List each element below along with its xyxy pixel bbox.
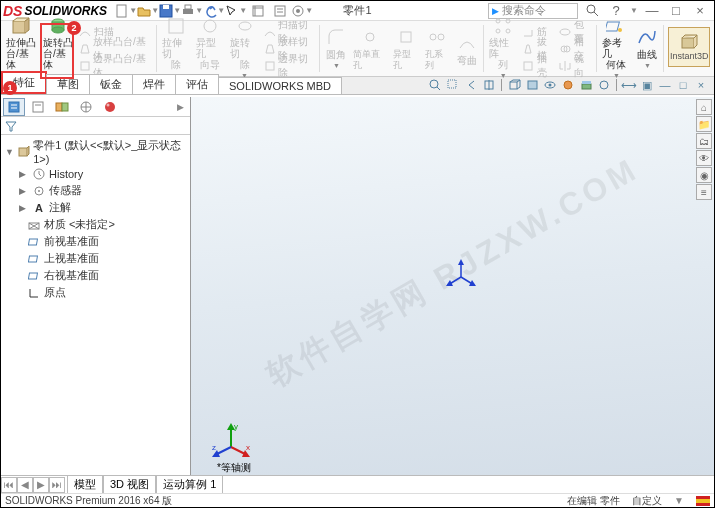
- hole-wizard-button: 异型孔向导▼: [193, 21, 227, 76]
- filter-row[interactable]: [1, 117, 190, 135]
- status-flag-icon[interactable]: [696, 496, 710, 506]
- mirror-button: 镜向: [559, 58, 592, 74]
- tree-sensors[interactable]: ▶传感器: [5, 182, 186, 199]
- tree-material[interactable]: 材质 <未指定>: [5, 216, 186, 233]
- graphics-area[interactable]: 软件自学网 RJZXW.COM y x z *等轴测 ⌂ 📁 🗂 👁 ◉ ≡: [191, 97, 714, 475]
- taskpane-library-icon[interactable]: 📁: [696, 116, 712, 132]
- tree-top-plane[interactable]: 上视基准面: [5, 250, 186, 267]
- open-file-button[interactable]: ▼: [137, 2, 159, 20]
- maximize-button[interactable]: □: [666, 3, 686, 19]
- tree-front-plane[interactable]: 前视基准面: [5, 233, 186, 250]
- svg-rect-91: [696, 499, 710, 503]
- view-settings-icon[interactable]: [595, 78, 613, 92]
- center-triad-icon: [441, 257, 481, 297]
- plane-icon: [27, 235, 41, 249]
- close-button[interactable]: ×: [690, 3, 710, 19]
- status-custom[interactable]: 自定义: [632, 494, 662, 508]
- svg-rect-71: [28, 256, 37, 262]
- panel-collapse-icon[interactable]: ▶: [173, 102, 188, 112]
- tree-right-plane[interactable]: 右视基准面: [5, 267, 186, 284]
- manager-tabs: ▶: [1, 97, 190, 117]
- svg-rect-30: [524, 62, 532, 70]
- svg-point-47: [564, 81, 572, 89]
- search-play-icon: ▶: [492, 6, 499, 16]
- boundary-button: 边界凸台/基体: [79, 58, 152, 74]
- title-right-controls: ▶ 搜索命令 ? ▼ — □ ×: [488, 3, 710, 19]
- viewport-close-icon[interactable]: ×: [692, 78, 710, 92]
- extrude-boss-button[interactable]: 拉伸凸台/基体▼: [3, 21, 40, 76]
- taskpane-explorer-icon[interactable]: 🗂: [696, 133, 712, 149]
- svg-point-28: [496, 29, 500, 33]
- tree-history[interactable]: ▶History: [5, 166, 186, 182]
- tab-scroll-prev-icon[interactable]: ◀: [17, 477, 33, 493]
- part-icon: [17, 145, 30, 159]
- tab-model[interactable]: 模型: [67, 475, 103, 495]
- svg-point-62: [107, 103, 110, 106]
- taskpane-home-icon[interactable]: ⌂: [696, 99, 712, 115]
- svg-rect-18: [169, 19, 183, 33]
- svg-point-19: [204, 20, 216, 32]
- minimize-button[interactable]: —: [642, 3, 662, 19]
- taskpane-view-icon[interactable]: 👁: [696, 150, 712, 166]
- svg-point-26: [496, 19, 500, 23]
- dimxpert-manager-tab[interactable]: [75, 98, 97, 116]
- edit-appearance-icon[interactable]: [559, 78, 577, 92]
- svg-point-25: [438, 34, 444, 40]
- status-editing: 在编辑 零件: [567, 494, 620, 508]
- section-view-icon[interactable]: [480, 78, 498, 92]
- tab-sketch[interactable]: 草图: [46, 74, 90, 94]
- viewport-collapse-icon[interactable]: ▣: [638, 78, 656, 92]
- property-manager-tab[interactable]: [27, 98, 49, 116]
- tree-root-part[interactable]: ▼零件1 (默认<<默认>_显示状态 1>): [5, 137, 186, 166]
- prev-view-icon[interactable]: [462, 78, 480, 92]
- feature-manager-tab[interactable]: [3, 98, 25, 116]
- taskpane-appearance-icon[interactable]: ◉: [696, 167, 712, 183]
- svg-rect-13: [13, 21, 25, 33]
- svg-rect-17: [81, 62, 89, 70]
- revolve-cut-button: 旋转切除▼: [227, 21, 261, 76]
- main-area: ▶ ▼零件1 (默认<<默认>_显示状态 1>) ▶History ▶传感器 ▶…: [1, 97, 714, 475]
- display-manager-tab[interactable]: [99, 98, 121, 116]
- instant3d-button[interactable]: Instant3D: [668, 27, 710, 67]
- view-triad-icon: y x z: [209, 419, 253, 463]
- tab-evaluate[interactable]: 评估: [175, 74, 219, 94]
- tab-sheetmetal[interactable]: 钣金: [89, 74, 133, 94]
- display-style-icon[interactable]: [523, 78, 541, 92]
- tree-origin[interactable]: 原点: [5, 284, 186, 301]
- settings-button[interactable]: ▼: [291, 2, 313, 20]
- tab-3dview[interactable]: 3D 视图: [103, 475, 156, 495]
- tab-weldments[interactable]: 焊件: [132, 74, 176, 94]
- svg-rect-72: [28, 273, 37, 279]
- search-icon[interactable]: [582, 3, 602, 19]
- viewport-minimize-icon[interactable]: —: [656, 78, 674, 92]
- svg-point-61: [105, 102, 115, 112]
- ribbon-toolbar: 拉伸凸台/基体▼ 旋转凸台/基体▼ 扫描 放样凸台/基体 边界凸台/基体 拉伸切…: [1, 21, 714, 77]
- svg-point-16: [52, 27, 64, 33]
- svg-point-31: [560, 29, 570, 35]
- apply-scene-icon[interactable]: [577, 78, 595, 92]
- options-button[interactable]: [269, 2, 291, 20]
- view-orientation-icon[interactable]: [505, 78, 523, 92]
- tab-scroll-next-icon[interactable]: ▶: [33, 477, 49, 493]
- tab-mbd[interactable]: SOLIDWORKS MBD: [218, 77, 342, 94]
- hole-series-button: 孔系列: [422, 21, 453, 76]
- zoom-area-icon[interactable]: [444, 78, 462, 92]
- curves-button[interactable]: 曲线▼: [633, 21, 661, 76]
- tab-scroll-first-icon[interactable]: ⏮: [1, 477, 17, 493]
- svg-rect-35: [606, 22, 619, 31]
- reference-geometry-button[interactable]: 参考几何体▼: [599, 21, 633, 76]
- new-file-button[interactable]: ▼: [115, 2, 137, 20]
- tree-annotations[interactable]: ▶A注解: [5, 199, 186, 216]
- configuration-manager-tab[interactable]: [51, 98, 73, 116]
- tab-scroll-last-icon[interactable]: ⏭: [49, 477, 65, 493]
- hide-show-icon[interactable]: [541, 78, 559, 92]
- viewport-maximize-icon[interactable]: □: [674, 78, 692, 92]
- tab-motion-study[interactable]: 运动算例 1: [156, 475, 223, 495]
- viewport-link-icon[interactable]: ⟷: [620, 78, 638, 92]
- svg-point-50: [600, 81, 608, 89]
- marker-1: 1: [3, 81, 17, 95]
- svg-rect-56: [56, 103, 62, 111]
- zoom-fit-icon[interactable]: [426, 78, 444, 92]
- taskpane-property-icon[interactable]: ≡: [696, 184, 712, 200]
- status-bar: SOLIDWORKS Premium 2016 x64 版 在编辑 零件 自定义…: [1, 493, 714, 507]
